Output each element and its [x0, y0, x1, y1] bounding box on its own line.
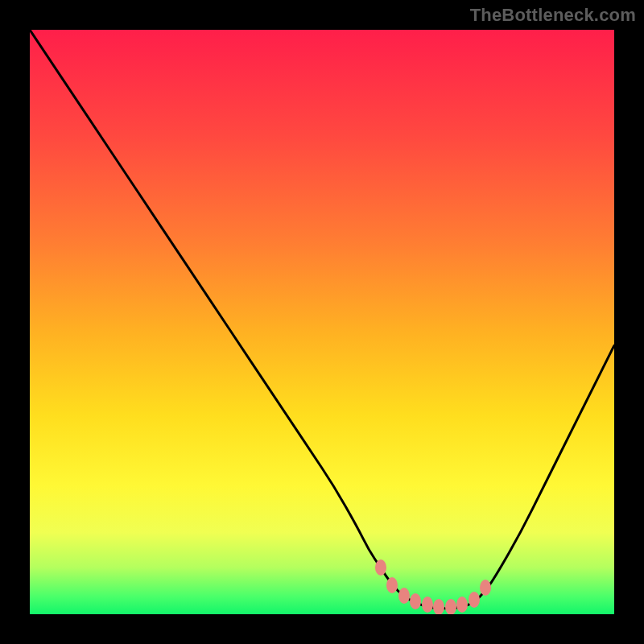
optimal-marker-dot — [422, 597, 433, 613]
optimal-marker-dot — [480, 580, 491, 596]
plot-area — [30, 30, 614, 614]
optimal-marker-dot — [386, 577, 398, 593]
chart-frame: TheBottleneck.com — [0, 0, 644, 644]
optimal-marker-dot — [398, 588, 410, 604]
optimal-marker-dot — [456, 597, 468, 613]
optimal-marker-dot — [469, 592, 480, 608]
optimal-marker-dot — [375, 559, 386, 576]
optimal-marker-dot — [410, 593, 421, 609]
optimal-marker-dot — [433, 599, 444, 614]
optimal-marker-dot — [445, 599, 456, 614]
watermark-text: TheBottleneck.com — [470, 5, 636, 26]
optimal-range-markers — [30, 30, 614, 614]
